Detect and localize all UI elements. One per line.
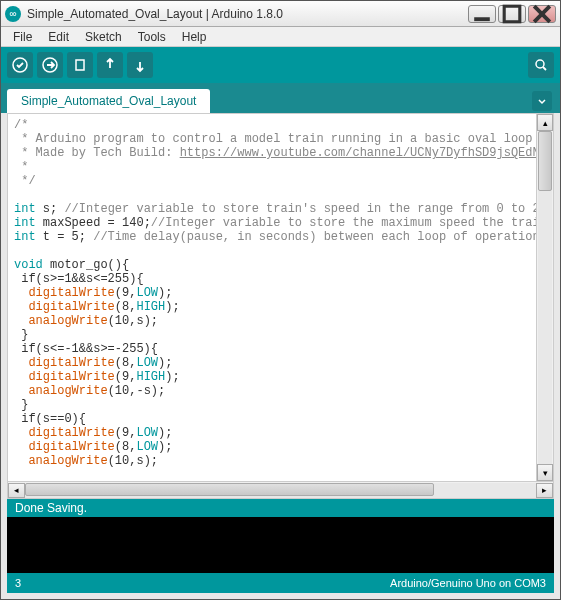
svg-point-7: [536, 60, 544, 68]
editor-container: /* * Arduino program to control a model …: [7, 113, 554, 499]
upload-button[interactable]: [37, 52, 63, 78]
menubar: File Edit Sketch Tools Help: [1, 27, 560, 47]
code-text: if(s>=1&&s<=255){: [14, 272, 144, 286]
constant: LOW: [136, 356, 158, 370]
constant: LOW: [136, 440, 158, 454]
code-text: maxSpeed = 140;: [36, 216, 151, 230]
tab-menu-button[interactable]: [532, 91, 552, 111]
comment-line: * Made by Tech Build:: [14, 146, 180, 160]
code-text: s;: [36, 202, 65, 216]
code-text: if(s<=-1&&s>=-255){: [14, 342, 158, 356]
verify-button[interactable]: [7, 52, 33, 78]
serial-monitor-button[interactable]: [528, 52, 554, 78]
save-button[interactable]: [127, 52, 153, 78]
function-call: analogWrite: [28, 454, 107, 468]
sketch-tab[interactable]: Simple_Automated_Oval_Layout: [7, 89, 210, 113]
code-text: );: [165, 370, 179, 384]
code-text: (9,: [115, 370, 137, 384]
constant: LOW: [136, 286, 158, 300]
code-editor[interactable]: /* * Arduino program to control a model …: [8, 114, 553, 481]
function-call: analogWrite: [28, 314, 107, 328]
function-call: digitalWrite: [28, 370, 114, 384]
line-number: 3: [15, 577, 21, 589]
application-window: ∞ Simple_Automated_Oval_Layout | Arduino…: [0, 0, 561, 600]
function-call: digitalWrite: [28, 426, 114, 440]
scroll-down-arrow-icon[interactable]: ▾: [537, 464, 553, 481]
window-controls: [468, 5, 556, 23]
comment-line: * Arduino program to control a model tra…: [14, 132, 553, 146]
code-text: (10,-s);: [108, 384, 166, 398]
code-text: );: [158, 426, 172, 440]
arduino-app-icon: ∞: [5, 6, 21, 22]
horizontal-scrollbar[interactable]: ◂ ▸: [8, 481, 553, 498]
code-text: if(s==0){: [14, 412, 86, 426]
code-text: );: [158, 286, 172, 300]
toolbar: [1, 47, 560, 83]
menu-file[interactable]: File: [5, 28, 40, 46]
function-call: digitalWrite: [28, 286, 114, 300]
comment-line: /*: [14, 118, 28, 132]
menu-sketch[interactable]: Sketch: [77, 28, 130, 46]
code-text: t = 5;: [36, 230, 94, 244]
status-bar: Done Saving.: [7, 499, 554, 517]
board-info: Arduino/Genuino Uno on COM3: [390, 577, 546, 589]
code-text: (9,: [115, 286, 137, 300]
console-output[interactable]: [7, 517, 554, 573]
code-text: (10,s);: [108, 314, 158, 328]
comment: //Integer variable to store the maximum …: [151, 216, 553, 230]
vscroll-thumb[interactable]: [538, 131, 552, 191]
code-text: );: [158, 356, 172, 370]
footer-bar: 3 Arduino/Genuino Uno on COM3: [7, 573, 554, 593]
code-text: (8,: [115, 300, 137, 314]
keyword: int: [14, 202, 36, 216]
menu-tools[interactable]: Tools: [130, 28, 174, 46]
new-button[interactable]: [67, 52, 93, 78]
constant: LOW: [136, 426, 158, 440]
menu-help[interactable]: Help: [174, 28, 215, 46]
keyword: void: [14, 258, 43, 272]
titlebar[interactable]: ∞ Simple_Automated_Oval_Layout | Arduino…: [1, 1, 560, 27]
scroll-up-arrow-icon[interactable]: ▴: [537, 114, 553, 131]
scroll-right-arrow-icon[interactable]: ▸: [536, 483, 553, 498]
code-text: (8,: [115, 356, 137, 370]
code-text: );: [158, 440, 172, 454]
comment-url: https://www.youtube.com/channel/UCNy7Dyf…: [180, 146, 553, 160]
vscroll-track[interactable]: [538, 131, 552, 464]
svg-rect-6: [76, 60, 84, 70]
vertical-scrollbar[interactable]: ▴ ▾: [536, 114, 553, 481]
code-text: }: [14, 398, 28, 412]
open-button[interactable]: [97, 52, 123, 78]
code-text: (8,: [115, 440, 137, 454]
menu-edit[interactable]: Edit: [40, 28, 77, 46]
window-title: Simple_Automated_Oval_Layout | Arduino 1…: [27, 7, 468, 21]
scroll-thumb[interactable]: [25, 483, 434, 496]
minimize-button[interactable]: [468, 5, 496, 23]
scroll-left-arrow-icon[interactable]: ◂: [8, 483, 25, 498]
comment: //Integer variable to store train's spee…: [64, 202, 553, 216]
code-text: (9,: [115, 426, 137, 440]
function-call: digitalWrite: [28, 440, 114, 454]
constant: HIGH: [136, 370, 165, 384]
function-call: analogWrite: [28, 384, 107, 398]
svg-rect-1: [504, 6, 520, 22]
status-message: Done Saving.: [15, 501, 87, 515]
code-text: motor_go(){: [43, 258, 129, 272]
scroll-track[interactable]: [25, 483, 536, 498]
function-call: digitalWrite: [28, 356, 114, 370]
constant: HIGH: [136, 300, 165, 314]
maximize-button[interactable]: [498, 5, 526, 23]
close-button[interactable]: [528, 5, 556, 23]
keyword: int: [14, 230, 36, 244]
keyword: int: [14, 216, 36, 230]
tab-bar: Simple_Automated_Oval_Layout: [1, 83, 560, 113]
comment: //Time delay(pause, in seconds) between …: [93, 230, 553, 244]
code-text: );: [165, 300, 179, 314]
function-call: digitalWrite: [28, 300, 114, 314]
comment-line: *: [14, 160, 36, 174]
code-text: (10,s);: [108, 454, 158, 468]
svg-line-8: [543, 67, 546, 70]
comment-line: */: [14, 174, 36, 188]
code-text: }: [14, 328, 28, 342]
